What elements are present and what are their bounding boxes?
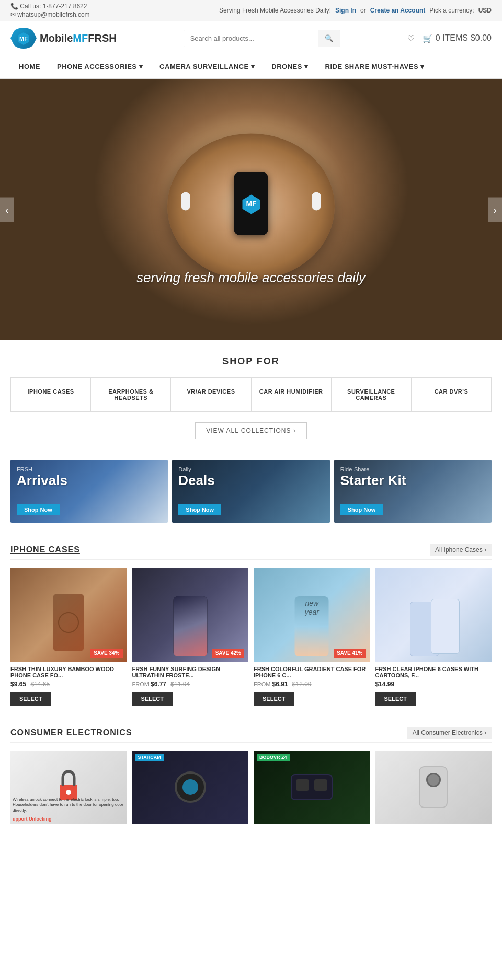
email-info: ✉ whatsup@mobilefrsh.com [10, 11, 90, 18]
select-btn-4[interactable]: SELECT [375, 692, 416, 706]
product-price-4: $14.99 [375, 681, 492, 688]
vr-headset [291, 774, 333, 800]
view-all-collections-button[interactable]: VIEW ALL COLLECTIONS › [195, 422, 307, 439]
cart-icon: 🛒 [423, 33, 433, 43]
shop-for-section: SHOP FOR IPHONE CASES EARPHONES & HEADSE… [0, 340, 502, 455]
cart-info[interactable]: 🛒 0 ITEMS $0.00 [423, 33, 492, 43]
clear-case-2 [431, 599, 460, 654]
signin-link[interactable]: Sign In [335, 7, 356, 14]
product-price-1: $9.65 $14.65 [10, 681, 127, 688]
product-name-3: FRSH COLORFUL GRADIENT CASE FOR IPHONE 6… [254, 666, 370, 678]
bamboo-case-shape [53, 594, 84, 651]
product-gradient-img: newyear SAVE 41% [254, 568, 370, 662]
save-badge-2: SAVE 42% [212, 649, 244, 658]
select-btn-2[interactable]: SELECT [132, 692, 173, 706]
consumer-mini-cam-img [375, 751, 492, 824]
wishlist-icon[interactable]: ♡ [407, 33, 415, 43]
phone-icon: 📞 [10, 3, 18, 10]
shop-for-dvr[interactable]: CAR DVR'S [412, 378, 491, 411]
wood-circle: MF [167, 133, 335, 280]
promo-arrivals[interactable]: FRSH Arrivals Shop Now [10, 460, 168, 523]
create-account-link[interactable]: Create an Account [370, 7, 426, 14]
shop-for-humidifier[interactable]: CAR AIR HUMIDIFIER [252, 378, 332, 411]
currency-selector[interactable]: USD [478, 7, 492, 14]
promo-section: FRSH Arrivals Shop Now Daily Deals Shop … [0, 455, 502, 533]
iphone-cases-grid: SAVE 34% FRSH THIN LUXURY BAMBOO WOOD PH… [10, 568, 492, 706]
lock-desc: Wireless unlock connect to the electric … [13, 797, 125, 813]
save-badge-1: SAVE 34% [90, 649, 122, 658]
shop-for-grid: IPHONE CASES EARPHONES & HEADSETS VR/AR … [10, 377, 492, 412]
promo-deals-btn[interactable]: Shop Now [178, 504, 221, 515]
nav-ride-share[interactable]: RIDE SHARE MUST-HAVES ▾ [317, 55, 433, 78]
hero-next-button[interactable]: › [488, 198, 502, 222]
top-bar-contact: 📞 Call us: 1-877-217 8622 ✉ whatsup@mobi… [10, 3, 90, 18]
product-bamboo-img: SAVE 34% [10, 568, 127, 662]
consumer-smart-lock: upport Unlocking Wireless unlock connect… [10, 751, 127, 824]
currency-label: Pick a currency: [429, 7, 474, 14]
hero-mf-logo: MF [241, 193, 261, 214]
original-price-2: $11.94 [170, 681, 190, 688]
promo-starter-label: Ride-Share [340, 466, 370, 472]
hero-content: serving fresh mobile accessories daily [136, 259, 366, 286]
shop-for-earphones[interactable]: EARPHONES & HEADSETS [91, 378, 171, 411]
phone-number: 1-877-217 8622 [43, 3, 87, 10]
product-clear-img [375, 568, 492, 662]
consumer-electronics-section: CONSUMER ELECTRONICS All Consumer Electr… [0, 716, 502, 834]
logo-icon: MF [10, 28, 37, 49]
cart-items: 0 ITEMS [436, 33, 468, 43]
nav-drones[interactable]: DRONES ▾ [263, 55, 316, 78]
shop-for-vrar[interactable]: VR/AR DEVICES [171, 378, 251, 411]
product-name-1: FRSH THIN LUXURY BAMBOO WOOD PHONE CASE … [10, 666, 127, 678]
select-btn-3[interactable]: SELECT [254, 692, 294, 706]
surfing-case-shape [173, 596, 207, 656]
logo-mobile: Mobile [40, 32, 73, 44]
case-decal [58, 612, 79, 633]
phone-info: 📞 Call us: 1-877-217 8622 [10, 3, 90, 10]
promo-arrivals-btn[interactable]: Shop Now [17, 504, 60, 515]
top-bar: 📞 Call us: 1-877-217 8622 ✉ whatsup@mobi… [0, 0, 502, 21]
select-btn-1[interactable]: SELECT [10, 692, 51, 706]
promo-starter-title: Starter Kit [340, 472, 406, 489]
iphone-cases-header: IPHONE CASES All Iphone Cases › [10, 544, 492, 560]
search-button[interactable]: 🔍 [318, 30, 340, 47]
email-address: whatsup@mobilefrsh.com [17, 11, 89, 18]
promo-starter-kit[interactable]: Ride-Share Starter Kit Shop Now [334, 460, 492, 523]
nav-home[interactable]: HOME [10, 55, 49, 78]
logo[interactable]: MF MobileMFFRSH [10, 28, 117, 49]
shop-for-title: SHOP FOR [10, 356, 492, 367]
promo-deals[interactable]: Daily Deals Shop Now [172, 460, 329, 523]
or-text: or [360, 7, 366, 14]
svg-text:MF: MF [19, 36, 28, 42]
promo-deals-label: Daily [178, 466, 191, 472]
consumer-camera: STARCAM [132, 751, 249, 824]
hero-prev-button[interactable]: ‹ [0, 198, 14, 222]
tagline-text: Serving Fresh Mobile Accessories Daily! [219, 7, 331, 14]
vr-eye-r [314, 779, 327, 791]
product-price-2: FROM $6.77 $11.94 [132, 681, 249, 688]
nav-phone-accessories[interactable]: PHONE ACCESSORIES ▾ [49, 55, 151, 78]
email-icon: ✉ [10, 11, 16, 18]
sale-price-4: $14.99 [375, 681, 395, 688]
shop-for-surveillance[interactable]: SURVEILLANCE CAMERAS [332, 378, 412, 411]
iphone-cases-section: IPHONE CASES All Iphone Cases › SAVE 34%… [0, 533, 502, 716]
from-label-3: FROM [254, 681, 272, 687]
nav-camera-surveillance[interactable]: CAMERA SURVEILLANCE ▾ [151, 55, 263, 78]
header-icons: ♡ 🛒 0 ITEMS $0.00 [407, 33, 492, 43]
airpod-right [312, 192, 321, 210]
mf-logo-svg: MF [16, 30, 31, 46]
original-price-1: $14.65 [30, 681, 50, 688]
promo-deals-title: Deals [178, 472, 214, 489]
all-iphone-cases-link[interactable]: All Iphone Cases › [430, 544, 492, 556]
all-consumer-electronics-link[interactable]: All Consumer Electronics › [407, 727, 492, 739]
starcam-badge: STARCAM [135, 754, 164, 761]
logo-text: MobileMFFRSH [40, 32, 117, 44]
phone-label: Call us: [20, 3, 41, 10]
sale-price-1: $9.65 [10, 681, 26, 688]
product-bamboo-case: SAVE 34% FRSH THIN LUXURY BAMBOO WOOD PH… [10, 568, 127, 706]
save-badge-3: SAVE 41% [334, 649, 366, 658]
promo-starter-btn[interactable]: Shop Now [340, 504, 383, 515]
svg-text:MF: MF [246, 200, 257, 208]
promo-grid: FRSH Arrivals Shop Now Daily Deals Shop … [10, 460, 492, 523]
shop-for-iphone-cases[interactable]: IPHONE CASES [11, 378, 91, 411]
search-input[interactable] [184, 30, 318, 47]
